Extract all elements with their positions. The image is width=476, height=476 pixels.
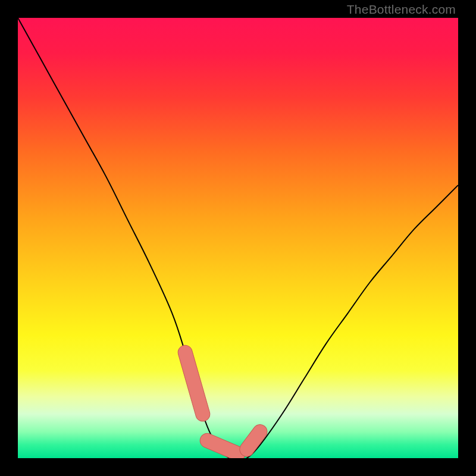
curve-layer — [18, 18, 458, 458]
chart-frame: TheBottleneck.com — [0, 0, 476, 476]
bottleneck-curve — [18, 18, 458, 458]
marker-group — [176, 344, 270, 458]
marker-pill — [198, 431, 247, 458]
watermark-text: TheBottleneck.com — [347, 2, 456, 17]
plot-area — [18, 18, 458, 458]
marker-pill — [176, 344, 211, 423]
marker-pill — [237, 422, 270, 458]
